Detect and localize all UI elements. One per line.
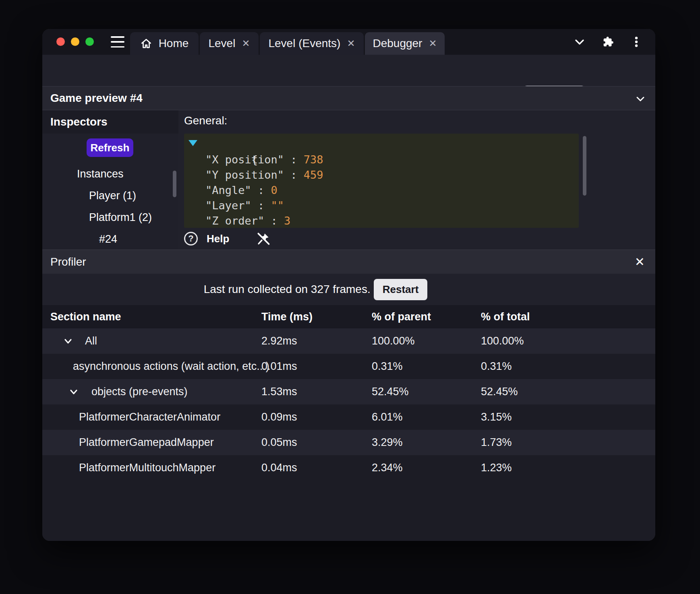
refresh-button[interactable]: Refresh [87, 138, 133, 157]
row-name: PlatformerGamepadMapper [79, 430, 214, 455]
table-row[interactable]: asynchronous actions (wait action, etc..… [42, 354, 655, 379]
row-percent-total: 52.45% [481, 379, 518, 404]
tab-level-events[interactable]: Level (Events) ✕ [260, 32, 364, 55]
debugger-toolbar: Pause [42, 55, 655, 86]
row-name: PlatformerMultitouchMapper [79, 455, 215, 481]
profiler-header: Profiler ✕ [42, 250, 655, 274]
profiler-table-header: Section name Time (ms) % of parent % of … [42, 305, 655, 328]
row-time: 0.05ms [261, 430, 297, 455]
tab-level[interactable]: Level ✕ [200, 32, 259, 55]
row-name: All [85, 328, 97, 354]
chevron-down-icon[interactable] [634, 93, 646, 105]
row-percent-parent: 6.01% [372, 404, 403, 430]
row-percent-total: 100.00% [481, 328, 524, 354]
row-percent-parent: 2.34% [372, 455, 403, 481]
tab-label: Home [159, 37, 189, 50]
json-line: "Y position" : 459 [184, 167, 579, 183]
scrollbar-thumb[interactable] [173, 171, 176, 197]
row-name: asynchronous actions (wait action, etc..… [73, 354, 269, 379]
column-percent-parent: % of parent [372, 305, 431, 328]
tab-debugger[interactable]: Debugger ✕ [365, 32, 445, 55]
help-label[interactable]: Help [207, 233, 229, 245]
extensions-icon[interactable] [601, 35, 615, 49]
close-icon[interactable]: ✕ [242, 39, 250, 48]
window-minimize-button[interactable] [71, 37, 79, 46]
general-section-title: General: [184, 114, 227, 127]
row-time: 0.01ms [261, 354, 297, 379]
window-close-button[interactable] [56, 37, 65, 46]
row-percent-parent: 3.29% [372, 430, 403, 455]
desktop-background: { "icons": { "close": "✕", "question": "… [0, 0, 700, 594]
window-bottom-area [42, 481, 655, 541]
tab-label: Debugger [373, 37, 422, 50]
collapse-triangle-icon[interactable] [188, 140, 197, 146]
debugger-main: Inspectors Refresh Instances Player (1) … [42, 110, 655, 250]
kebab-menu-icon[interactable] [630, 35, 643, 49]
game-preview-title: Game preview #4 [50, 92, 143, 105]
row-percent-parent: 52.45% [372, 379, 409, 404]
help-row: ? Help [184, 229, 271, 249]
home-icon [140, 37, 152, 50]
app-window: Home Level ✕ Level (Events) ✕ Debugger ✕ [42, 29, 655, 541]
close-icon[interactable]: ✕ [635, 256, 645, 268]
json-line: "Layer" : "" [184, 198, 579, 213]
json-line: "Angle" : 0 [184, 183, 579, 198]
row-time: 0.09ms [261, 404, 297, 430]
row-percent-total: 3.15% [481, 404, 512, 430]
inspectors-panel: Inspectors Refresh Instances Player (1) … [42, 110, 178, 250]
tree-item-instances[interactable]: Instances [77, 163, 124, 185]
row-time: 1.53ms [261, 379, 297, 404]
inspectors-header: Inspectors [42, 110, 178, 134]
row-percent-total: 1.73% [481, 430, 512, 455]
profiler-title: Profiler [50, 256, 86, 268]
scrollbar-thumb[interactable] [583, 136, 586, 196]
tree-item-platform1[interactable]: Platform1 (2) [89, 206, 152, 228]
tree-item-instance-24[interactable]: #24 [99, 228, 117, 250]
row-time: 0.04ms [261, 455, 297, 481]
row-name: PlatformerCharacterAnimator [79, 404, 220, 430]
profiler-status-row: Last run collected on 327 frames. Restar… [42, 274, 655, 305]
json-line: { [184, 134, 579, 152]
chevron-down-icon[interactable] [572, 35, 587, 49]
restart-button[interactable]: Restart [374, 279, 428, 300]
row-name: objects (pre-events) [91, 379, 188, 404]
close-icon[interactable]: ✕ [347, 39, 355, 48]
properties-json-view: { "X position" : 738 "Y position" : 459 … [184, 134, 579, 228]
row-percent-parent: 100.00% [372, 328, 415, 354]
json-line: "Z order" : 3 [184, 213, 579, 228]
tree-item-player[interactable]: Player (1) [89, 185, 136, 206]
row-percent-total: 0.31% [481, 354, 512, 379]
tab-bar: Home Level ✕ Level (Events) ✕ Debugger ✕ [42, 29, 655, 55]
column-percent-total: % of total [481, 305, 530, 328]
inspectors-title: Inspectors [50, 116, 108, 128]
row-percent-total: 1.23% [481, 455, 512, 481]
profiler-status-text: Last run collected on 327 frames. [204, 283, 371, 296]
game-preview-bar: Game preview #4 [42, 86, 655, 110]
table-row[interactable]: PlatformerGamepadMapper 0.05ms 3.29% 1.7… [42, 430, 655, 455]
window-controls [56, 37, 94, 46]
tab-label: Level (Events) [268, 37, 340, 50]
tabbar-actions [572, 29, 643, 55]
tab-strip: Home Level ✕ Level (Events) ✕ Debugger ✕ [130, 32, 445, 55]
pin-off-icon[interactable] [256, 231, 271, 246]
help-icon[interactable]: ? [184, 232, 198, 245]
menu-icon[interactable] [111, 36, 124, 47]
table-row[interactable]: All 2.92ms 100.00% 100.00% [42, 328, 655, 354]
chevron-down-icon[interactable] [68, 386, 79, 398]
chevron-down-icon[interactable] [62, 336, 74, 347]
table-row[interactable]: PlatformerCharacterAnimator 0.09ms 6.01%… [42, 404, 655, 430]
table-row[interactable]: PlatformerMultitouchMapper 0.04ms 2.34% … [42, 455, 655, 481]
column-time: Time (ms) [261, 305, 313, 328]
profiler-table-body: All 2.92ms 100.00% 100.00% asynchronous … [42, 328, 655, 481]
close-icon[interactable]: ✕ [429, 39, 437, 48]
json-line: "X position" : 738 [184, 152, 579, 167]
tab-label: Level [208, 37, 235, 50]
table-row[interactable]: objects (pre-events) 1.53ms 52.45% 52.45… [42, 379, 655, 404]
column-section-name: Section name [50, 305, 121, 328]
row-percent-parent: 0.31% [372, 354, 403, 379]
tab-home[interactable]: Home [130, 32, 199, 55]
row-time: 2.92ms [261, 328, 297, 354]
window-zoom-button[interactable] [85, 37, 94, 46]
